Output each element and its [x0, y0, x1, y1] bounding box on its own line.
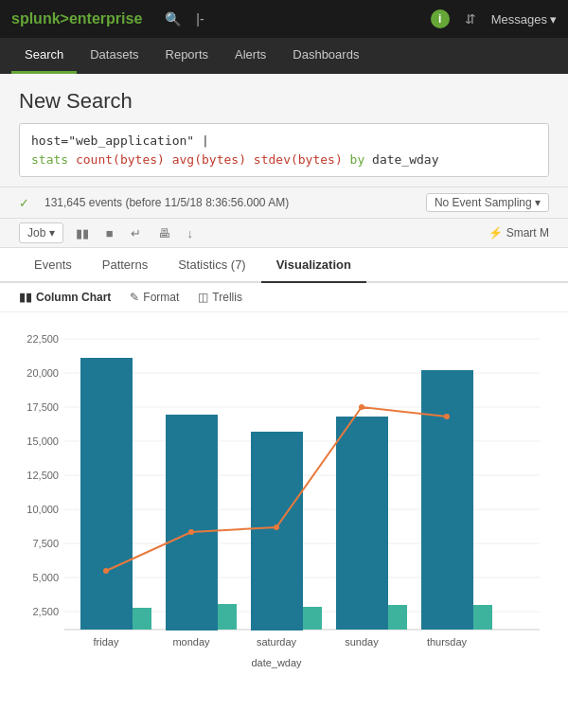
bar-friday-count [80, 358, 133, 630]
bar-chart-icon: ▮▮ [19, 291, 32, 304]
pause-icon[interactable]: ▮▮ [71, 223, 94, 243]
tab-visualization[interactable]: Visualization [261, 248, 366, 283]
svg-text:12,500: 12,500 [27, 470, 59, 481]
status-bar: ✓ 131,645 events (before 11/5/18 8:36:56… [0, 187, 568, 219]
svg-text:7,500: 7,500 [32, 538, 59, 549]
chart-area: 22,500 20,000 17,500 15,000 12,500 10,00… [0, 312, 568, 684]
svg-text:22,500: 22,500 [27, 333, 59, 345]
pipe-icon: |‐ [196, 11, 204, 27]
bar-monday-avg [218, 604, 237, 630]
event-count-text: 131,645 events (before 11/5/18 8:36:56.0… [44, 196, 289, 209]
search-line-2: stats count(bytes) avg(bytes) stdev(byte… [31, 151, 537, 169]
nav-item-search[interactable]: Search [11, 38, 77, 74]
svg-text:20,000: 20,000 [27, 367, 59, 379]
viz-toolbar: ▮▮ Column Chart ✎ Format ◫ Trellis [0, 283, 568, 312]
column-chart-button[interactable]: ▮▮ Column Chart [19, 291, 111, 304]
column-chart-svg: 22,500 20,000 17,500 15,000 12,500 10,00… [19, 322, 549, 682]
nav-item-datasets[interactable]: Datasets [77, 38, 151, 74]
page-content: New Search host="web_application" | stat… [0, 74, 568, 684]
activity-icon: ⇵ [465, 11, 476, 27]
search-icon: 🔍 [165, 11, 181, 27]
sampling-button[interactable]: No Event Sampling ▾ [426, 193, 549, 212]
messages-button[interactable]: Messages ▾ [491, 12, 557, 27]
svg-text:friday: friday [94, 636, 119, 648]
bar-saturday-count [251, 432, 303, 630]
trellis-button[interactable]: ◫ Trellis [198, 291, 242, 304]
tab-patterns[interactable]: Patterns [87, 248, 163, 283]
svg-text:date_wday: date_wday [251, 657, 302, 668]
tab-bar: Events Patterns Statistics (7) Visualiza… [0, 248, 568, 283]
svg-text:15,000: 15,000 [27, 435, 59, 447]
svg-text:sunday: sunday [345, 636, 379, 648]
svg-text:thursday: thursday [427, 636, 468, 648]
stdev-point-sunday [359, 404, 364, 410]
page-header: New Search host="web_application" | stat… [0, 74, 568, 187]
bar-saturday-avg [303, 607, 322, 630]
stdev-point-friday [103, 568, 109, 574]
bar-thursday-avg [473, 605, 492, 630]
nav-bar: Search Datasets Reports Alerts Dashboard… [0, 38, 568, 74]
toolbar: Job ▾ ▮▮ ■ ↵ 🖶 ↓ ⚡ Smart M [0, 219, 568, 248]
top-bar: splunk>enterprise 🔍 |‐ i ⇵ Messages ▾ [0, 0, 568, 38]
stop-icon[interactable]: ■ [101, 223, 118, 243]
grid-icon: ◫ [198, 291, 208, 304]
bar-sunday-avg [388, 605, 407, 630]
status-check-icon: ✓ [19, 196, 29, 210]
bar-friday-avg [133, 608, 151, 630]
tab-events[interactable]: Events [19, 248, 87, 283]
bar-monday-count [166, 415, 218, 630]
svg-text:10,000: 10,000 [27, 504, 59, 515]
smart-mode-label: ⚡ Smart M [488, 226, 549, 240]
svg-text:2,500: 2,500 [32, 606, 59, 617]
svg-text:monday: monday [172, 636, 210, 648]
svg-text:saturday: saturday [257, 636, 297, 648]
bar-thursday-count [421, 370, 473, 630]
logo-splunk: splunk [11, 10, 61, 27]
nav-item-dashboards[interactable]: Dashboards [279, 38, 372, 74]
search-line-1: host="web_application" | [31, 132, 537, 151]
svg-text:17,500: 17,500 [27, 401, 59, 413]
bar-sunday-count [336, 417, 388, 630]
download-icon[interactable]: ↓ [183, 223, 199, 243]
format-button[interactable]: ✎ Format [130, 291, 179, 304]
job-button[interactable]: Job ▾ [19, 222, 63, 243]
search-input-box[interactable]: host="web_application" | stats count(byt… [19, 123, 549, 177]
logo: splunk>enterprise [11, 10, 142, 27]
share-icon[interactable]: ↵ [126, 223, 146, 243]
search-query-text: host="web_application" | [31, 133, 209, 148]
logo-enterprise: >enterprise [61, 10, 143, 27]
stdev-point-monday [188, 529, 194, 535]
nav-item-reports[interactable]: Reports [152, 38, 222, 74]
top-bar-right: i ⇵ Messages ▾ [431, 9, 557, 28]
stdev-point-thursday [444, 414, 450, 419]
pencil-icon: ✎ [130, 291, 139, 304]
stdev-point-saturday [274, 524, 279, 530]
chevron-down-icon: ▾ [550, 12, 557, 27]
svg-text:5,000: 5,000 [32, 572, 59, 583]
info-icon[interactable]: i [431, 9, 450, 28]
nav-item-alerts[interactable]: Alerts [222, 38, 279, 74]
page-title: New Search [19, 89, 549, 114]
print-icon[interactable]: 🖶 [153, 223, 175, 243]
tab-statistics[interactable]: Statistics (7) [163, 248, 261, 283]
